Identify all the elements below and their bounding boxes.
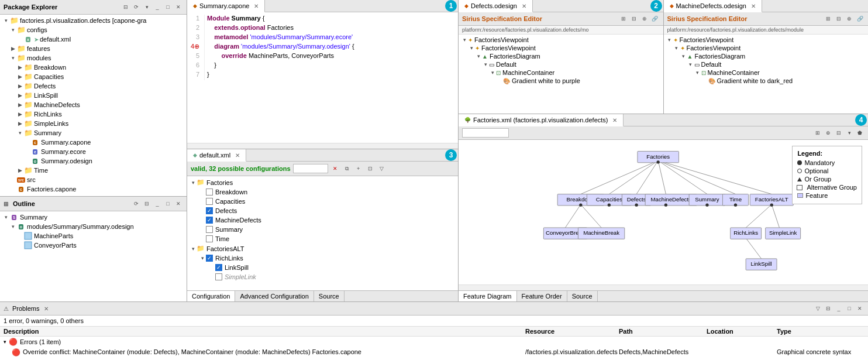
- config-capacities[interactable]: Capacities: [187, 197, 458, 206]
- config-richlinks[interactable]: ▾ ✓ RichLinks: [187, 253, 458, 263]
- machinedefects-collapse-icon[interactable]: ⊟: [834, 14, 843, 23]
- maximize-icon[interactable]: □: [163, 2, 173, 12]
- factories-toggle[interactable]: ▾: [190, 180, 197, 186]
- config-tree[interactable]: ▾ 📁 Factories Breakdown: [187, 176, 458, 290]
- breakdown-checkbox[interactable]: [206, 188, 213, 196]
- root-toggle[interactable]: ▾: [2, 18, 9, 23]
- machinedefects-link-icon[interactable]: 🔗: [855, 14, 864, 23]
- machinedefects-viewpoint-root[interactable]: ▾ ✦ FactoriesViewpoint: [664, 36, 869, 44]
- collapse-all-icon[interactable]: ⊟: [121, 2, 130, 12]
- defects-container-toggle[interactable]: ▾: [489, 70, 496, 76]
- config-tab-advanced[interactable]: Advanced Configuration: [235, 291, 314, 301]
- machinedefects-style[interactable]: 🎨 Gradient white to dark_red: [664, 77, 869, 85]
- close-icon[interactable]: ✕: [174, 2, 183, 12]
- richlinks-checkbox[interactable]: ✓: [206, 255, 213, 262]
- machinedefects-diag-toggle[interactable]: ▾: [680, 53, 687, 59]
- config-add-icon[interactable]: +: [354, 164, 363, 173]
- config-summary[interactable]: Summary: [187, 225, 458, 234]
- breakdown-toggle[interactable]: ▶: [16, 64, 23, 70]
- richlinks-cfg-toggle[interactable]: ▾: [199, 255, 206, 261]
- tree-summary-capone[interactable]: c Summary.capone: [0, 138, 187, 147]
- config-breakdown[interactable]: Breakdown: [187, 187, 458, 197]
- defects-collapse-icon[interactable]: ⊟: [629, 14, 639, 23]
- defects-viewpoint-root[interactable]: ▾ ✦ FactoriesViewpoint: [459, 36, 663, 44]
- linkspill-checkbox[interactable]: ✓: [215, 264, 222, 271]
- features-toggle[interactable]: ▶: [9, 46, 16, 52]
- factories-xml-tab-close[interactable]: ✕: [612, 117, 617, 124]
- factories-new-icon[interactable]: ⊞: [813, 128, 822, 138]
- defects-toggle[interactable]: ▶: [16, 83, 23, 89]
- machinedefects-expand-icon[interactable]: ⊕: [845, 14, 854, 23]
- outline-tree[interactable]: ▾ S Summary ▾ o modules/Summary/Summary.…: [0, 211, 187, 301]
- config-linkspill[interactable]: ✓ LinkSpill: [187, 263, 458, 272]
- capacities-toggle[interactable]: ▶: [16, 74, 23, 80]
- outline-summary[interactable]: ▾ S Summary: [0, 212, 187, 222]
- problems-filter-icon[interactable]: ▽: [813, 304, 822, 313]
- factories-view-icon[interactable]: ▾: [845, 128, 854, 138]
- tree-summary-folder[interactable]: ▾ 📁 Summary: [0, 128, 187, 138]
- problems-collapse-icon[interactable]: ⊟: [824, 304, 833, 313]
- outline-minimize-icon[interactable]: _: [153, 199, 162, 208]
- factories-tab-feature-order[interactable]: Feature Order: [517, 291, 567, 301]
- outline-summary-toggle[interactable]: ▾: [2, 214, 9, 220]
- diagram-scrollbar-h[interactable]: [459, 284, 868, 290]
- machinedefects-viewpoint[interactable]: ▾ ✦ FactoriesViewpoint: [664, 44, 869, 52]
- config-search-input[interactable]: [293, 164, 328, 173]
- defects-viewpoint[interactable]: ▾ ✦ FactoriesViewpoint: [459, 44, 663, 52]
- problems-close-icon[interactable]: ✕: [855, 304, 864, 313]
- errors-expand-icon[interactable]: ▾: [4, 339, 6, 345]
- machinedefects-tab-active[interactable]: ◆ MachineDefects.odesign ✕: [664, 0, 762, 12]
- defects-link-icon[interactable]: 🔗: [650, 14, 660, 23]
- defects-expand-icon[interactable]: ⊕: [640, 14, 649, 23]
- config-copy-icon[interactable]: ⧉: [342, 164, 352, 173]
- factories-tab-source[interactable]: Source: [567, 291, 598, 301]
- machinedefects-container[interactable]: ▾ ⊡ MachineContainer: [664, 68, 869, 77]
- config-simplelink[interactable]: SimpleLink: [187, 272, 458, 282]
- factories-collapse-icon[interactable]: ⊟: [834, 128, 843, 138]
- outline-collapse-icon[interactable]: ⊟: [142, 199, 151, 208]
- time-checkbox[interactable]: [206, 235, 213, 242]
- outline-path[interactable]: ▾ o modules/Summary/Summary.odesign: [0, 222, 187, 231]
- config-factoriesalt[interactable]: ▾ 📁 FactoriesALT: [187, 244, 458, 253]
- tree-defects[interactable]: ▶ 📁 Defects: [0, 81, 187, 91]
- editor-tab-active[interactable]: ◆ Summary.capone ✕: [187, 0, 265, 12]
- time-toggle[interactable]: ▶: [16, 167, 23, 173]
- defects-default[interactable]: ▾ ▭ Default: [459, 60, 663, 68]
- linkspill-toggle[interactable]: ▶: [16, 92, 23, 98]
- tree-configs[interactable]: ▾ 📁 configs: [0, 25, 187, 35]
- defects-new-icon[interactable]: ⊞: [619, 14, 628, 23]
- code-editor[interactable]: 1 Module Summary { 2 extends.optional Fa…: [187, 12, 458, 143]
- machinedefects-vp-toggle[interactable]: ▾: [673, 45, 680, 51]
- config-time[interactable]: Time: [187, 234, 458, 244]
- problems-minimize-icon[interactable]: _: [834, 304, 843, 313]
- defects-style[interactable]: 🎨 Gradient white to purple: [459, 77, 663, 85]
- tree-src[interactable]: src src: [0, 175, 187, 184]
- factoriesalt-toggle[interactable]: ▾: [190, 246, 197, 252]
- tree-time[interactable]: ▶ 📁 Time: [0, 166, 187, 175]
- tree-summary-odesign[interactable]: o Summary.odesign: [0, 156, 187, 166]
- defects-vp-toggle[interactable]: ▾: [468, 45, 475, 51]
- factories-filter-icon[interactable]: ⬟: [855, 128, 864, 138]
- link-editor-icon[interactable]: ⟳: [132, 2, 141, 12]
- config-filter-icon[interactable]: ▽: [377, 164, 387, 173]
- tree-root[interactable]: ▾ 📁 factories.pl.visualization.defects […: [0, 16, 187, 25]
- factories-expand-icon[interactable]: ⊕: [824, 128, 833, 138]
- machinedefects-container-toggle[interactable]: ▾: [694, 70, 701, 76]
- outline-machineparts[interactable]: MachineParts: [0, 231, 187, 241]
- tree-machinedefects[interactable]: ▶ 📁 MachineDefects: [0, 100, 187, 109]
- machinedefects-checkbox[interactable]: ✓: [206, 217, 213, 224]
- modules-toggle[interactable]: ▾: [9, 55, 16, 61]
- machinedefects-sirius-tree[interactable]: ▾ ✦ FactoriesViewpoint ▾ ✦ FactoriesView…: [664, 35, 869, 114]
- richlinks-toggle[interactable]: ▶: [16, 111, 23, 117]
- simplelink-checkbox[interactable]: [215, 273, 222, 280]
- machinedefects-tab-close[interactable]: ✕: [751, 3, 756, 9]
- summary-folder-toggle[interactable]: ▾: [16, 130, 23, 136]
- machinedefects-default-toggle[interactable]: ▾: [687, 61, 694, 67]
- outline-sync-icon[interactable]: ⟳: [132, 199, 141, 208]
- machinedefects-toggle[interactable]: ▶: [16, 102, 23, 108]
- config-delete-icon[interactable]: ✕: [330, 164, 340, 173]
- configs-toggle[interactable]: ▾: [9, 27, 16, 33]
- factories-search-input[interactable]: [462, 128, 509, 138]
- tree-factories-capone[interactable]: c Factories.capone: [0, 184, 187, 194]
- tree-linkspill[interactable]: ▶ 📁 LinkSpill: [0, 91, 187, 100]
